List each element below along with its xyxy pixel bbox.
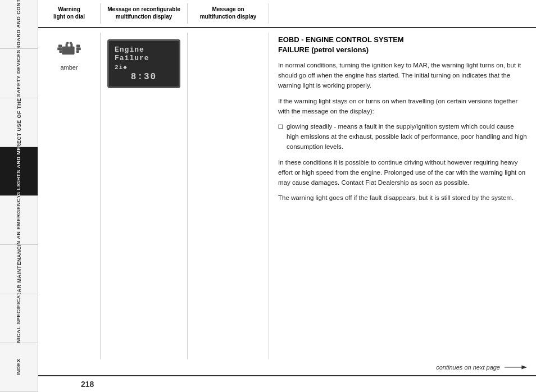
continues-row: continues on next page bbox=[38, 359, 536, 375]
svg-rect-7 bbox=[66, 43, 68, 47]
bullet-symbol: ❑ bbox=[278, 122, 283, 152]
header-col-multifunction: Message on reconfigurable multifunction … bbox=[100, 3, 187, 24]
amber-label: amber bbox=[60, 64, 78, 71]
svg-rect-5 bbox=[76, 47, 81, 50]
bullet-item-1: ❑ glowing steadily - means a fault in th… bbox=[278, 122, 527, 152]
sidebar-item-index[interactable]: INDEX bbox=[0, 343, 38, 392]
svg-rect-8 bbox=[70, 43, 72, 47]
paragraph-3: In these conditions it is possible to co… bbox=[278, 158, 527, 188]
sidebar-item-safety[interactable]: SAFETY DEVICES bbox=[0, 49, 38, 98]
svg-rect-2 bbox=[57, 47, 62, 50]
sidebar-item-emergency[interactable]: IN AN EMERGENCY bbox=[0, 196, 38, 245]
sidebar-item-dashboard[interactable]: DASHBOARD AND CONTROLS bbox=[0, 0, 38, 49]
lcd-screen: Engine Failure 2i◆ 8:30 bbox=[107, 39, 180, 88]
section-title: EOBD - ENGINE CONTROL SYSTEM FAILURE (pe… bbox=[278, 35, 527, 55]
svg-rect-4 bbox=[76, 45, 80, 48]
engine-warning-icon bbox=[56, 39, 83, 60]
paragraph-1: In normal conditions, turning the igniti… bbox=[278, 61, 527, 90]
content-lcd-display: Engine Failure 2i◆ 8:30 bbox=[100, 33, 187, 359]
svg-rect-6 bbox=[76, 50, 79, 53]
content-message-col bbox=[187, 33, 269, 359]
header-col-warning: Warning light on dial bbox=[38, 3, 100, 24]
lcd-time: 8:30 bbox=[115, 72, 173, 82]
footer: 218 bbox=[38, 375, 536, 392]
sidebar: DASHBOARD AND CONTROLS SAFETY DEVICES CO… bbox=[0, 0, 38, 392]
svg-rect-9 bbox=[66, 42, 69, 44]
sidebar-item-maintenance[interactable]: CAR MAINTENANCE bbox=[0, 245, 38, 294]
svg-rect-0 bbox=[62, 47, 74, 54]
paragraph-2: If the warning light stays on or turns o… bbox=[278, 97, 527, 117]
header-col-message: Message on multifunction display bbox=[187, 3, 269, 24]
lcd-line1: Engine Failure bbox=[115, 45, 173, 62]
continues-text: continues on next page bbox=[436, 364, 500, 371]
next-page-arrow-icon bbox=[505, 364, 527, 371]
header-col-description bbox=[269, 3, 536, 24]
content-warning-light: amber bbox=[38, 33, 100, 359]
sidebar-item-technical[interactable]: TECHNICAL SPECIFICATIONS bbox=[0, 294, 38, 343]
svg-rect-10 bbox=[70, 42, 72, 44]
sidebar-item-correct-use[interactable]: CORRECT USE OF THE CAR bbox=[0, 98, 38, 147]
main-content: Warning light on dial Message on reconfi… bbox=[38, 0, 536, 392]
page-number: 218 bbox=[81, 380, 94, 389]
content-row: amber Engine Failure 2i◆ 8:30 EOBD - ENG… bbox=[38, 28, 536, 359]
lcd-line2: 2i◆ bbox=[115, 63, 173, 71]
svg-marker-12 bbox=[521, 365, 527, 369]
header-row: Warning light on dial Message on reconfi… bbox=[38, 0, 536, 28]
paragraph-4: The warning light goes off if the fault … bbox=[278, 193, 527, 203]
svg-rect-3 bbox=[59, 50, 62, 53]
svg-rect-1 bbox=[58, 45, 62, 48]
content-description: EOBD - ENGINE CONTROL SYSTEM FAILURE (pe… bbox=[269, 33, 536, 359]
sidebar-item-warning[interactable]: WARNING LIGHTS AND MESSAGES bbox=[0, 147, 38, 196]
